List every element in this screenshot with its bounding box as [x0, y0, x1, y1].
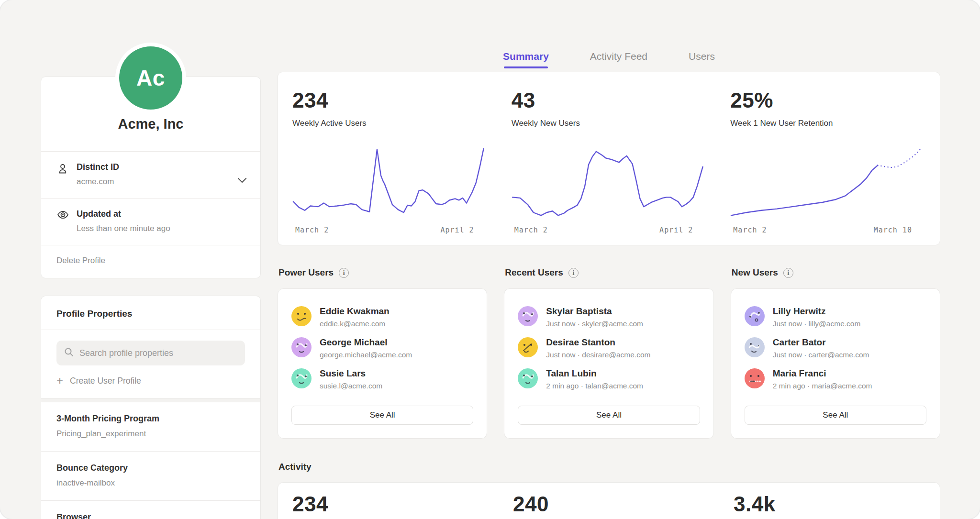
- user-avatar: [745, 337, 765, 357]
- tab-activity-feed[interactable]: Activity Feed: [590, 51, 647, 68]
- user-list-item[interactable]: Carter Bator Just now · carter@acme.com: [745, 333, 926, 364]
- section-divider: [41, 398, 260, 402]
- property-label: 3-Month Pricing Program: [56, 414, 245, 424]
- property-label: Browser: [56, 512, 245, 519]
- user-list-item[interactable]: Talan Lubin 2 min ago · talan@acme.com: [518, 364, 700, 395]
- profile-properties-search[interactable]: [56, 341, 245, 365]
- profile-sidebar: Ac Acme, Inc Distinct ID acme.com: [41, 0, 261, 519]
- retention-column: 25% Week 1 New User Retention March 2 Ma…: [716, 88, 935, 234]
- delete-profile-button[interactable]: Delete Profile: [41, 245, 260, 278]
- user-list-item[interactable]: Desirae Stanton Just now · desirare@acme…: [518, 333, 700, 364]
- profile-properties-title: Profile Properties: [41, 296, 260, 330]
- person-icon: [56, 162, 69, 187]
- tab-summary[interactable]: Summary: [503, 51, 549, 68]
- company-avatar: Ac: [115, 43, 186, 113]
- stat-value: 43: [512, 88, 704, 112]
- property-row-pricing-program[interactable]: 3-Month Pricing Program Pricing_plan_exp…: [41, 402, 260, 452]
- search-icon: [64, 347, 74, 359]
- user-avatar: [291, 337, 312, 357]
- app-window: Ac Acme, Inc Distinct ID acme.com: [0, 0, 980, 519]
- stat-label: Week 1 New User Retention: [730, 119, 923, 128]
- weekly-new-users-column: 43 Weekly New Users March 2 April 2: [497, 88, 716, 234]
- recent-users-title: Recent Users: [505, 267, 563, 278]
- weekly-active-users-sparkline: [292, 144, 485, 221]
- property-row-bounce-category[interactable]: Bounce Category inactive-mailbox: [41, 452, 260, 501]
- see-all-button[interactable]: See All: [291, 406, 473, 425]
- info-icon[interactable]: i: [568, 268, 579, 278]
- axis-tick: March 2: [514, 226, 548, 234]
- see-all-button[interactable]: See All: [745, 406, 926, 425]
- user-avatar: [745, 306, 765, 326]
- user-avatar: [291, 368, 312, 388]
- axis-tick: March 10: [874, 226, 912, 234]
- summary-charts-card: 234 Weekly Active Users March 2 April 2 …: [278, 72, 940, 245]
- distinct-id-value: acme.com: [77, 177, 119, 187]
- info-icon[interactable]: i: [339, 268, 349, 278]
- new-users-title: New Users: [732, 267, 778, 278]
- activity-stat: 240: [499, 492, 719, 519]
- property-value: Pricing_plan_experiment: [56, 429, 245, 439]
- user-avatar: [291, 306, 312, 326]
- weekly-new-users-sparkline: [512, 144, 704, 221]
- axis-tick: March 2: [733, 226, 767, 234]
- eye-icon: [56, 209, 69, 233]
- stat-label: Weekly Active Users: [292, 119, 485, 128]
- main-content: Summary Activity Feed Users 234 Weekly A…: [278, 0, 940, 519]
- property-row-browser[interactable]: Browser Chrome: [41, 501, 260, 519]
- chevron-down-icon[interactable]: [237, 177, 247, 185]
- activity-stat: 3.4k: [719, 492, 940, 519]
- user-list-item[interactable]: Lilly Herwitz Just now · lilly@acme.com: [745, 302, 926, 333]
- retention-sparkline: [730, 144, 923, 221]
- activity-stat: 234: [278, 492, 499, 519]
- tab-users[interactable]: Users: [689, 51, 715, 68]
- activity-section-title: Activity: [278, 462, 940, 472]
- axis-tick: April 2: [659, 226, 693, 234]
- user-avatar: [518, 337, 538, 357]
- active-tab-underline: [504, 66, 548, 68]
- profile-properties-card: Profile Properties + Create User Profile…: [41, 296, 261, 519]
- axis-tick: March 2: [295, 226, 329, 234]
- user-list-item[interactable]: Maria Franci 2 min ago · maria@acme.com: [745, 364, 926, 395]
- power-users-title: Power Users: [278, 267, 334, 278]
- property-value: inactive-mailbox: [56, 478, 245, 488]
- see-all-button[interactable]: See All: [518, 406, 700, 425]
- plus-icon: +: [56, 375, 63, 386]
- new-users-card: Lilly Herwitz Just now · lilly@acme.com …: [731, 288, 940, 439]
- stat-label: Weekly New Users: [512, 119, 704, 128]
- user-list-item[interactable]: Skylar Baptista Just now · skyler@acme.c…: [518, 302, 700, 333]
- stat-value: 234: [292, 88, 485, 112]
- updated-at-row: Updated at Less than one minute ago: [41, 198, 260, 245]
- updated-at-value: Less than one minute ago: [77, 224, 170, 233]
- search-input[interactable]: [79, 348, 237, 358]
- user-cards-row: Power Users i Eddie Kwakman eddie.k@acme…: [278, 267, 940, 439]
- create-user-profile-label: Create User Profile: [70, 376, 141, 386]
- weekly-active-users-column: 234 Weekly Active Users March 2 April 2: [278, 88, 497, 234]
- updated-at-label: Updated at: [77, 209, 170, 219]
- user-list-item[interactable]: Eddie Kwakman eddie.k@acme.com: [291, 302, 473, 333]
- user-list-item[interactable]: George Michael george.michael@acme.com: [291, 333, 473, 364]
- activity-card: 234 240 3.4k: [278, 482, 940, 519]
- recent-users-card: Skylar Baptista Just now · skyler@acme.c…: [504, 288, 713, 439]
- company-avatar-initials: Ac: [119, 46, 182, 110]
- stat-value: 25%: [730, 88, 923, 112]
- user-avatar: [518, 306, 538, 326]
- distinct-id-row: Distinct ID acme.com: [41, 151, 260, 198]
- distinct-id-label: Distinct ID: [77, 162, 119, 172]
- property-label: Bounce Category: [56, 463, 245, 473]
- power-users-card: Eddie Kwakman eddie.k@acme.com George Mi…: [278, 288, 487, 439]
- create-user-profile-button[interactable]: + Create User Profile: [56, 375, 245, 386]
- profile-summary-card: Ac Acme, Inc Distinct ID acme.com: [41, 77, 261, 278]
- axis-tick: April 2: [440, 226, 474, 234]
- user-list-item[interactable]: Susie Lars susie.l@acme.com: [291, 364, 473, 395]
- tab-bar: Summary Activity Feed Users: [278, 51, 940, 68]
- info-icon[interactable]: i: [783, 268, 793, 278]
- divider: [41, 330, 260, 330]
- user-avatar: [745, 368, 765, 388]
- user-avatar: [518, 368, 538, 388]
